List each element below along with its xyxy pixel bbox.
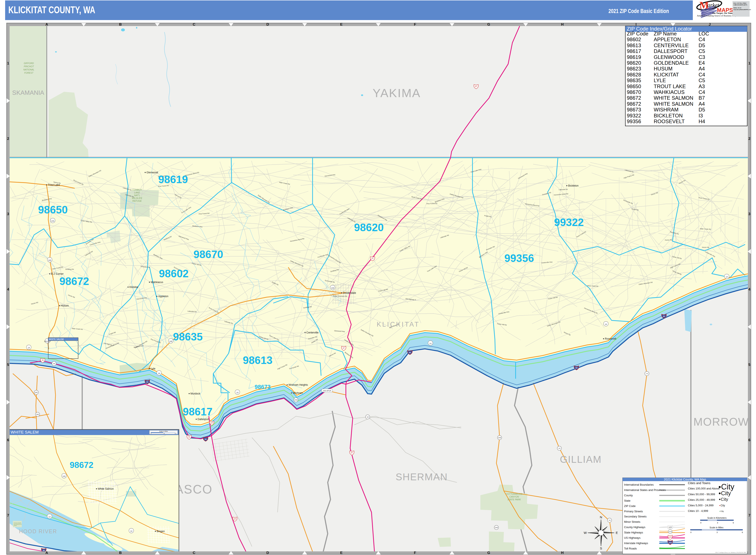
svg-text:C: C (193, 23, 195, 27)
svg-text:Appleton: Appleton (158, 295, 168, 298)
svg-text:F: F (414, 23, 416, 27)
svg-text:282: 282 (36, 414, 39, 415)
svg-text:WHITE SALMON: WHITE SALMON (654, 95, 693, 101)
svg-text:A: A (45, 551, 48, 555)
svg-text:5: 5 (7, 363, 9, 367)
svg-text:C5: C5 (699, 78, 705, 83)
svg-text:NATIONAL: NATIONAL (23, 68, 34, 71)
svg-text:Cities 50,000 - 99,999: Cities 50,000 - 99,999 (688, 493, 715, 496)
svg-text:1.5: 1.5 (175, 433, 176, 434)
svg-text:Bingen: Bingen (157, 530, 165, 533)
svg-text:3: 3 (748, 212, 750, 216)
svg-text:74: 74 (646, 373, 648, 375)
svg-text:D5: D5 (699, 42, 705, 48)
svg-text:PINCHOT: PINCHOT (24, 65, 34, 68)
svg-text:Schilling Rd: Schilling Rd (65, 268, 74, 270)
svg-text:On Target. On Time.: On Target. On Time. (712, 12, 733, 14)
svg-text:Primary Streets: Primary Streets (624, 510, 643, 513)
svg-text:KLICKITAT COUNTY, WA: KLICKITAT COUNTY, WA (8, 4, 95, 15)
svg-text:98672: 98672 (59, 275, 89, 287)
svg-text:WILDLIFE: WILDLIFE (132, 197, 142, 199)
svg-text:84: 84 (409, 351, 411, 353)
svg-text:Scale in Miles: Scale in Miles (710, 526, 723, 529)
svg-text:Secondary Streets: Secondary Streets (624, 515, 646, 518)
svg-text:Glenwood: Glenwood (146, 171, 158, 174)
svg-text:City: City (721, 482, 734, 491)
svg-text:CONBOY: CONBOY (132, 188, 142, 191)
svg-text:YAKIMA: YAKIMA (373, 86, 421, 100)
svg-text:WHITE SALMON: WHITE SALMON (654, 101, 693, 107)
svg-text:5: 5 (748, 363, 750, 367)
svg-text:County: County (624, 494, 633, 497)
svg-text:Roosevelt: Roosevelt (605, 337, 616, 340)
svg-text:98613: 98613 (627, 42, 641, 48)
svg-text:141: 141 (62, 475, 66, 477)
svg-text:14: 14 (605, 323, 607, 325)
svg-text:CANYON: CANYON (509, 496, 519, 498)
svg-text:84: 84 (576, 367, 578, 369)
svg-text:99322: 99322 (554, 216, 584, 228)
svg-text:142: 142 (169, 340, 172, 342)
svg-text:ZIP Name: ZIP Name (654, 31, 677, 37)
svg-text:Centerville: Centerville (306, 331, 319, 334)
svg-text:3: 3 (7, 212, 9, 216)
svg-text:WHITE SALEM: WHITE SALEM (49, 338, 64, 340)
svg-text:Husum: Husum (60, 304, 69, 307)
svg-text:6: 6 (748, 438, 750, 442)
svg-text:0: 0 (690, 531, 691, 533)
svg-text:98635: 98635 (173, 331, 203, 343)
svg-text:.75: .75 (163, 433, 165, 434)
svg-text:206: 206 (294, 399, 297, 401)
svg-text:City: City (721, 497, 728, 502)
svg-text:141: 141 (51, 220, 54, 222)
svg-text:LOC: LOC (699, 31, 709, 37)
svg-text:E: E (340, 551, 342, 555)
svg-text:4: 4 (748, 287, 750, 291)
svg-text:1: 1 (748, 61, 750, 65)
svg-text:98635: 98635 (627, 78, 641, 83)
svg-text:Dallesport: Dallesport (198, 418, 209, 421)
svg-text:HUSUM: HUSUM (654, 66, 673, 72)
svg-text:98619: 98619 (627, 54, 641, 60)
svg-text:98672: 98672 (627, 95, 641, 101)
svg-text:Hoctor Rd: Hoctor Rd (702, 246, 709, 249)
svg-text:30: 30 (188, 436, 190, 438)
svg-text:142: 142 (331, 287, 334, 289)
svg-text:EMAIL US AT:: EMAIL US AT: (733, 7, 742, 8)
svg-text:S: S (600, 547, 602, 550)
svg-text:TROUT LAKE: TROUT LAKE (654, 83, 686, 89)
svg-text:Scale in Miles: Scale in Miles (159, 431, 168, 432)
svg-text:B: B (119, 551, 122, 555)
svg-text:HOOD RIVER: HOOD RIVER (19, 528, 57, 534)
svg-text:Cities 5,000 - 24,999: Cities 5,000 - 24,999 (688, 504, 714, 507)
svg-text:14: 14 (726, 276, 728, 278)
svg-text:Lakeside Rd: Lakeside Rd (559, 188, 568, 190)
svg-text:Pine Forest Rd: Pine Forest Rd (427, 202, 437, 205)
svg-text:98670: 98670 (194, 249, 223, 260)
svg-text:C: C (193, 551, 195, 555)
svg-text:ROOSEVELT: ROOSEVELT (654, 119, 685, 124)
svg-text:19: 19 (558, 447, 560, 449)
svg-text:97: 97 (475, 85, 477, 88)
svg-text:206-SPUR: 206-SPUR (323, 390, 331, 392)
svg-text:98619: 98619 (158, 174, 188, 185)
svg-text:Minor Streets: Minor Streets (624, 520, 640, 523)
svg-text:B: B (119, 23, 122, 27)
svg-text:14: 14 (236, 391, 239, 394)
svg-text:14: 14 (130, 530, 132, 532)
svg-text:E: E (616, 531, 618, 535)
svg-text:E: E (340, 23, 342, 27)
svg-text:98620: 98620 (627, 60, 641, 66)
svg-text:H4: H4 (699, 119, 705, 124)
svg-text:98623: 98623 (627, 66, 641, 72)
svg-text:GLENWOOD: GLENWOOD (654, 54, 684, 60)
svg-text:mapsales@MarketMAPS.com: mapsales@MarketMAPS.com (733, 9, 751, 10)
svg-text:WISHRAM: WISHRAM (654, 107, 678, 113)
svg-text:US Highways: US Highways (624, 536, 640, 540)
svg-text:30: 30 (42, 359, 44, 361)
svg-text:REFUGE: REFUGE (132, 200, 142, 202)
svg-text:CALL US TOLL FREE!: CALL US TOLL FREE! (733, 3, 747, 4)
svg-text:BICKLETON: BICKLETON (654, 113, 683, 119)
svg-text:18: 18 (367, 416, 369, 418)
svg-text:DALLESPORT: DALLESPORT (654, 48, 688, 54)
